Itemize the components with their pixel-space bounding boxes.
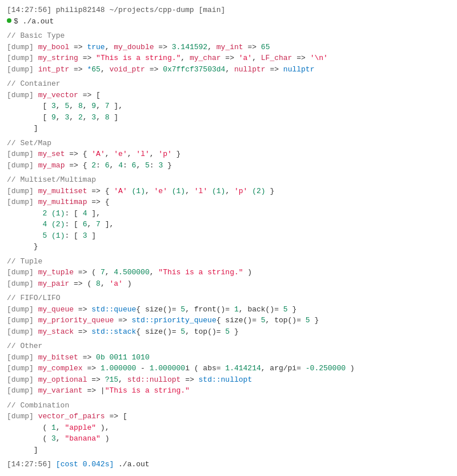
dump-complex-line: [dump] my_complex => 1.000000 - 1.000000… — [7, 363, 457, 374]
dump-string-line: [dump] my_string => "This is a string.",… — [7, 53, 457, 64]
section-fifo-comment: // FIFO/LIFO — [7, 293, 457, 304]
dump-map-line: [dump] my_map => { 2: 6, 4: 6, 5: 3 } — [7, 160, 457, 171]
run-line: $ ./a.out — [7, 16, 457, 27]
dump-queue-line: [dump] my_queue => std::queue{ size()= 5… — [7, 304, 457, 315]
section-multiset-comment: // Multiset/Multimap — [7, 174, 457, 186]
terminal-window: [14:27:56] philip82148 ~/projects/cpp-du… — [7, 5, 457, 476]
dump-multimap-row1: 2 (1): [ 4 ], — [7, 208, 457, 219]
dump-ptr-line: [dump] int_ptr => *65, void_ptr => 0x7ff… — [7, 64, 457, 75]
dump-tuple-line: [dump] my_tuple => ( 7, 4.500000, "This … — [7, 267, 457, 278]
run-cmd: $ ./a.out — [14, 17, 54, 26]
section-basic-type-comment: // Basic Type — [7, 30, 457, 42]
footer-line: [14:27:56] [cost 0.042s] ./a.out — [7, 459, 457, 470]
dump-multimap-line1: [dump] my_multimap => { — [7, 197, 457, 208]
dump-multimap-close: } — [7, 241, 457, 253]
dump-optional-line: [dump] my_optional => ?15, std::nullopt … — [7, 374, 457, 386]
dump-bitset-line: [dump] my_bitset => 0b 0011 1010 — [7, 352, 457, 363]
dump-vop-close: ] — [7, 445, 457, 456]
section-other-comment: // Other — [7, 341, 457, 352]
dump-vector-row1: [ 3, 5, 8, 9, 7 ], — [7, 101, 457, 112]
dump-pqueue-line: [dump] my_priority_queue => std::priorit… — [7, 315, 457, 326]
section-container-comment: // Container — [7, 78, 457, 90]
dump-vop-row1: ( 1, "apple" ), — [7, 422, 457, 434]
dump-set-line: [dump] my_set => { 'A', 'e', 'l', 'p' } — [7, 149, 457, 160]
section-combination-comment: // Combination — [7, 400, 457, 411]
dump-vector-row2: [ 9, 3, 2, 3, 8 ] — [7, 112, 457, 123]
dump-vector-line1: [dump] my_vector => [ — [7, 90, 457, 101]
dump-bool-line: [dump] my_bool => true, my_double => 3.1… — [7, 42, 457, 53]
dump-vop-row2: ( 3, "banana" ) — [7, 433, 457, 445]
dump-vop-line1: [dump] vector_of_pairs => [ — [7, 411, 457, 422]
green-dot-icon — [7, 18, 11, 23]
dump-stack-line: [dump] my_stack => std::stack{ size()= 5… — [7, 326, 457, 338]
dump-vector-close: ] — [7, 123, 457, 134]
section-setmap-comment: // Set/Map — [7, 138, 457, 149]
dump-multiset-line: [dump] my_multiset => { 'A' (1), 'e' (1)… — [7, 186, 457, 197]
dump-pair-line: [dump] my_pair => ( 8, 'a' ) — [7, 278, 457, 290]
prompt-time: [14:27:56] philip82148 ~/projects/cpp-du… — [7, 6, 225, 14]
dump-variant-line: [dump] my_variant => |"This is a string.… — [7, 385, 457, 397]
section-tuple-comment: // Tuple — [7, 256, 457, 267]
prompt-line-1: [14:27:56] philip82148 ~/projects/cpp-du… — [7, 5, 457, 16]
dump-multimap-row3: 5 (1): [ 3 ] — [7, 230, 457, 242]
dump-multimap-row2: 4 (2): [ 6, 7 ], — [7, 219, 457, 230]
